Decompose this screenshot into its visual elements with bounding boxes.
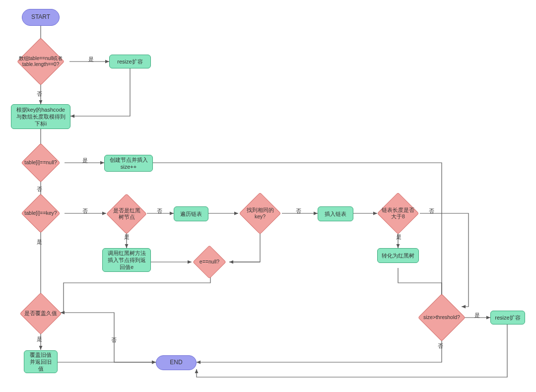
- label-yes: 是: [87, 56, 95, 63]
- label-no: 否: [437, 342, 444, 350]
- process-traverse-list: 遍历链表: [174, 206, 208, 221]
- process-override-old: 覆盖旧值并返回旧值: [24, 350, 58, 373]
- process-hashcode: 根据key的hashcode与数组长度取模得到下标i: [11, 104, 70, 129]
- decision-found-key: 找到相同的key?: [245, 198, 275, 228]
- process-resize1: resize扩容: [109, 55, 151, 68]
- process-insert-list: 插入链表: [318, 206, 353, 221]
- decision-list-gt8: 链表长度是否大于8: [383, 198, 413, 228]
- label-yes: 是: [473, 312, 481, 319]
- label-no: 否: [428, 207, 435, 215]
- process-resize2: resize扩容: [490, 311, 525, 325]
- label-no: 否: [36, 90, 43, 98]
- start-node: START: [22, 9, 60, 26]
- decision-override: 是否覆盖久值: [26, 299, 56, 328]
- process-rbtree-insert: 调用红黑树方法插入节点得到返回值e: [102, 248, 151, 272]
- label-no: 否: [156, 207, 163, 215]
- decision-table-null: 数组table==null或者table.length==0?: [24, 45, 58, 78]
- label-yes: 是: [395, 233, 402, 241]
- label-no: 否: [81, 207, 89, 215]
- process-to-rbtree: 转化为红黑树: [377, 248, 419, 263]
- label-no: 否: [295, 207, 302, 215]
- label-no: 否: [36, 186, 43, 193]
- decision-e-null: e==null?: [198, 250, 221, 274]
- label-yes: 是: [36, 238, 43, 246]
- label-yes: 是: [36, 335, 43, 343]
- decision-slot-key: table[i]==key?: [27, 199, 55, 227]
- label-no: 否: [110, 336, 118, 344]
- end-node: END: [156, 355, 197, 370]
- decision-slot-null: table[i]==null?: [27, 149, 55, 177]
- decision-size-threshold: size>threshold?: [425, 301, 459, 334]
- process-create-insert: 创建节点并插入 size++: [104, 155, 153, 172]
- decision-is-rbtree: 是否是红黑树节点: [112, 199, 141, 228]
- label-yes: 是: [123, 233, 131, 241]
- label-yes: 是: [81, 157, 89, 164]
